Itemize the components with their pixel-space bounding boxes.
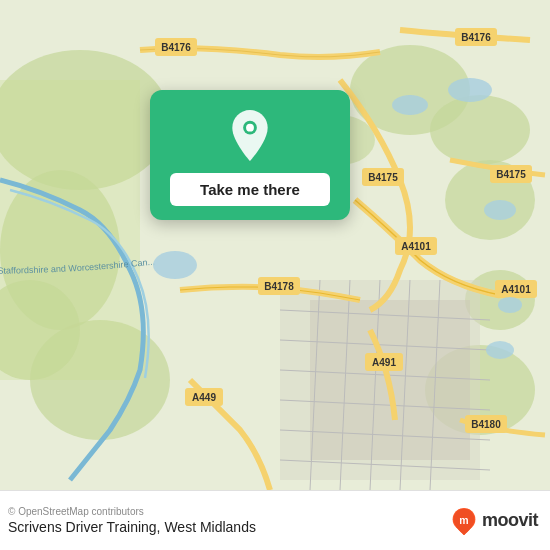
svg-point-48 [484, 200, 516, 220]
svg-point-51 [153, 251, 197, 279]
location-label: Scrivens Driver Training, West Midlands [8, 519, 256, 535]
location-pin-icon [226, 108, 274, 163]
svg-text:A4101: A4101 [501, 284, 531, 295]
map-container: B4176 B4176 B4175 B4175 B4178 A4101 A410… [0, 0, 550, 490]
svg-text:A449: A449 [192, 392, 216, 403]
svg-rect-5 [0, 80, 140, 380]
osm-credit: © OpenStreetMap contributors [8, 506, 256, 517]
svg-text:B4176: B4176 [161, 42, 191, 53]
svg-text:m: m [459, 513, 468, 525]
svg-text:A491: A491 [372, 357, 396, 368]
location-popup[interactable]: Take me there [150, 90, 350, 220]
svg-point-50 [486, 341, 514, 359]
svg-point-49 [498, 297, 522, 313]
svg-text:B4175: B4175 [368, 172, 398, 183]
svg-text:B4175: B4175 [496, 169, 526, 180]
moovit-text: moovit [482, 510, 538, 531]
moovit-logo: m moovit [450, 507, 538, 535]
svg-text:B4176: B4176 [461, 32, 491, 43]
svg-point-46 [392, 95, 428, 115]
bottom-bar: © OpenStreetMap contributors Scrivens Dr… [0, 490, 550, 550]
svg-point-47 [448, 78, 492, 102]
svg-point-53 [246, 124, 254, 132]
svg-text:B4180: B4180 [471, 419, 501, 430]
take-me-there-button[interactable]: Take me there [170, 173, 330, 206]
moovit-brand-icon: m [450, 507, 478, 535]
bottom-left-info: © OpenStreetMap contributors Scrivens Dr… [8, 506, 256, 535]
svg-text:A4101: A4101 [401, 241, 431, 252]
svg-text:B4178: B4178 [264, 281, 294, 292]
svg-point-7 [430, 95, 530, 165]
map-background: B4176 B4176 B4175 B4175 B4178 A4101 A410… [0, 0, 550, 490]
